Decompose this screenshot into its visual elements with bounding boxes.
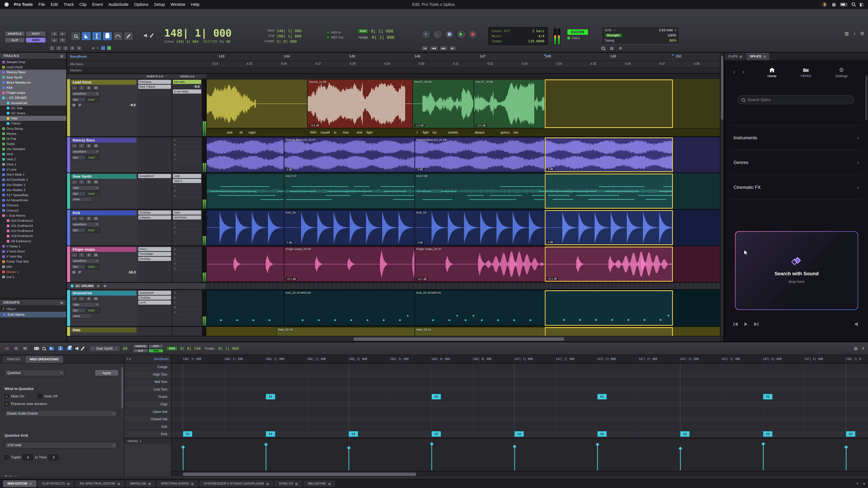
- next-sample-button[interactable]: [754, 322, 758, 326]
- rewind-button[interactable]: ◀◀: [430, 45, 438, 51]
- sidebar-track-a11-endharm3[interactable]: A11 EndHarm3: [0, 223, 66, 228]
- disclosure-arrow-icon[interactable]: ▸: [6, 96, 8, 99]
- audio-clip[interactable]: [207, 79, 307, 128]
- category-cinematic-fx[interactable]: Cinematic FX›: [730, 175, 863, 200]
- input-monitor-button[interactable]: I: [79, 253, 85, 258]
- audio-clip[interactable]: Kick_02-16-MIDI-91: [415, 290, 545, 326]
- trim-tool[interactable]: [82, 32, 91, 41]
- selected-clip[interactable]: +0.1 dB: [545, 247, 673, 282]
- audio-clip[interactable]: Inst 2-07: [284, 173, 415, 208]
- send-slot-e[interactable]: e: [173, 194, 201, 198]
- sidebar-track-kick[interactable]: Kick: [0, 85, 66, 90]
- nudge-button[interactable]: Nudge: [357, 35, 370, 40]
- sidebar-track-lead-vocal[interactable]: Lead Vocal: [0, 65, 66, 70]
- record-enable-button[interactable]: ●: [71, 86, 78, 90]
- selector-tool[interactable]: [92, 32, 102, 41]
- drum-lane-mid-tom[interactable]: Mid Tom: [124, 378, 171, 386]
- audition-icon[interactable]: [75, 347, 80, 351]
- grid-info-value[interactable]: 1/16 note: [659, 28, 673, 32]
- sidebar-track-master-1[interactable]: Master 1: [0, 269, 66, 274]
- midi-note-kick-12[interactable]: C2: [680, 431, 690, 437]
- selection-length[interactable]: 2| 0| 000: [277, 39, 297, 44]
- audio-clip[interactable]: Vox.07_15-46-1.0 dB: [412, 79, 474, 128]
- selector-tool-icon[interactable]: [57, 346, 64, 351]
- send-slot-e[interactable]: e: [173, 157, 201, 162]
- insertion-follows-icon[interactable]: [107, 46, 111, 50]
- category-genres[interactable]: Genres›: [730, 150, 863, 175]
- midi-note-kick-6[interactable]: C2: [431, 431, 441, 437]
- sidebar-track-sample-drop[interactable]: Sample Drop: [0, 60, 66, 65]
- solo-button[interactable]: S: [86, 143, 92, 149]
- send-kickchain[interactable]: KickChain: [173, 216, 201, 220]
- automation-mode-selector[interactable]: dyn: [71, 97, 86, 102]
- bottom-tab-synthesizer-v-studio-2araplugin[interactable]: SYNTHESIZER V STUDIO 2ARAPLUGIN▦: [199, 480, 273, 487]
- bank-button-5[interactable]: 5: [76, 45, 82, 51]
- track-name[interactable]: Soar Synth: [71, 174, 136, 179]
- send-slot-e[interactable]: e: [173, 230, 201, 234]
- fast-forward-button[interactable]: ▶▶: [439, 45, 448, 51]
- audio-clip[interactable]: [207, 210, 284, 245]
- session-notes-icon[interactable]: ♪: [853, 31, 856, 36]
- drum-lane-high-tom[interactable]: High Tom: [124, 371, 171, 379]
- preserve-duration-checkbox[interactable]: ✓: [4, 402, 9, 406]
- timeline-ruler[interactable]: Bars|Beats143144145146147148149150▼▼ Min…: [67, 53, 720, 74]
- insert-lo-fi[interactable]: Lo-Fi: [138, 300, 171, 305]
- selection-marker-end[interactable]: ▼: [671, 54, 674, 57]
- edit-mode-grid[interactable]: GRID: [26, 37, 46, 43]
- insert-chnlstrp[interactable]: ChnlStrp: [138, 257, 171, 261]
- sidebar-track-soar-synth[interactable]: Soar Synth: [0, 75, 66, 80]
- note-on-checkbox[interactable]: ✓: [4, 394, 9, 398]
- insert-kompltkntrl[interactable]: KompltKntrl: [138, 174, 171, 178]
- solo-button[interactable]: S: [86, 296, 92, 301]
- splice-scrollbar[interactable]: [865, 75, 867, 121]
- go-to-end-button[interactable]: ▶|: [449, 45, 456, 51]
- strength-value[interactable]: 100%: [668, 34, 676, 37]
- menu-clip[interactable]: Clip: [79, 2, 87, 7]
- play-button[interactable]: [456, 29, 466, 39]
- grabber-tool-icon[interactable]: [66, 346, 73, 351]
- scrubber-tool[interactable]: [113, 32, 123, 41]
- stop-button[interactable]: [444, 29, 454, 39]
- audio-clip[interactable]: Kick_040 dB: [284, 210, 415, 245]
- gear-icon[interactable]: ⚙: [619, 46, 622, 51]
- bank-button-4[interactable]: 4: [69, 45, 75, 51]
- sidebar-track-hi-pad[interactable]: Hi Pad: [0, 136, 66, 141]
- main-counter-value[interactable]: 148| 1| 000: [164, 28, 255, 38]
- sidebar-track-v-love[interactable]: V Love: [0, 167, 66, 172]
- midi-grid-button[interactable]: Grid: [166, 346, 178, 351]
- record-enable-button[interactable]: ●: [71, 216, 78, 221]
- bank-button-3[interactable]: 3: [63, 45, 68, 51]
- midi-note-kick-0[interactable]: C2: [183, 431, 192, 437]
- metronome-button[interactable]: ♩: [433, 29, 443, 39]
- sidebar-track-voc-samples[interactable]: Voc Samples: [0, 147, 66, 152]
- send-slot-e[interactable]: e: [173, 267, 201, 271]
- midi-note-snare-6[interactable]: F2: [431, 394, 441, 400]
- mute-button[interactable]: M: [93, 253, 99, 258]
- midi-nudge-value[interactable]: 0| 1| 000: [218, 346, 239, 351]
- edit-mode-spot[interactable]: SPOT: [26, 31, 46, 36]
- mute-button[interactable]: M: [93, 180, 99, 185]
- input-monitor-button[interactable]: I: [79, 143, 85, 149]
- audio-clip[interactable]: Inst 2-08: [415, 173, 545, 208]
- count-off-label[interactable]: Count Off: [492, 29, 510, 33]
- audio-clip[interactable]: Vox.07_15-39+3.0 dB: [474, 79, 545, 128]
- track-list-icon[interactable]: ▤: [854, 346, 858, 351]
- sidebar-track-groovecell[interactable]: GrooveCell: [0, 101, 66, 106]
- midi-mode-grid[interactable]: GRID: [149, 349, 163, 353]
- group-item-all[interactable]: !<ALL>: [0, 306, 66, 312]
- sidebar-track-a10-endharm2[interactable]: A10 EndHarm2: [0, 218, 66, 223]
- automation-mode-selector[interactable]: dyn: [71, 264, 86, 269]
- toolbar-settings-icon[interactable]: ⚙: [860, 31, 864, 36]
- midi-h-scroll-thumb[interactable]: [183, 473, 416, 476]
- apple-menu-icon[interactable]: [4, 2, 9, 7]
- mute-button[interactable]: M: [93, 216, 99, 221]
- insert-eq3-7-band[interactable]: EQ3 7-Band: [138, 85, 171, 89]
- send-verb[interactable]: Verb: [173, 210, 201, 215]
- send-slot-a[interactable]: a: [173, 247, 201, 251]
- send-slot-c[interactable]: c: [173, 220, 201, 224]
- midi-note-kick-2[interactable]: C2: [266, 431, 275, 437]
- velocity-lane[interactable]: [172, 438, 868, 471]
- sidebar-track-chorus2[interactable]: Chorus2: [0, 208, 66, 213]
- sidebar-track-inst-1[interactable]: Inst 1: [0, 274, 66, 280]
- insert-groovecell[interactable]: GrooveCell: [138, 291, 171, 295]
